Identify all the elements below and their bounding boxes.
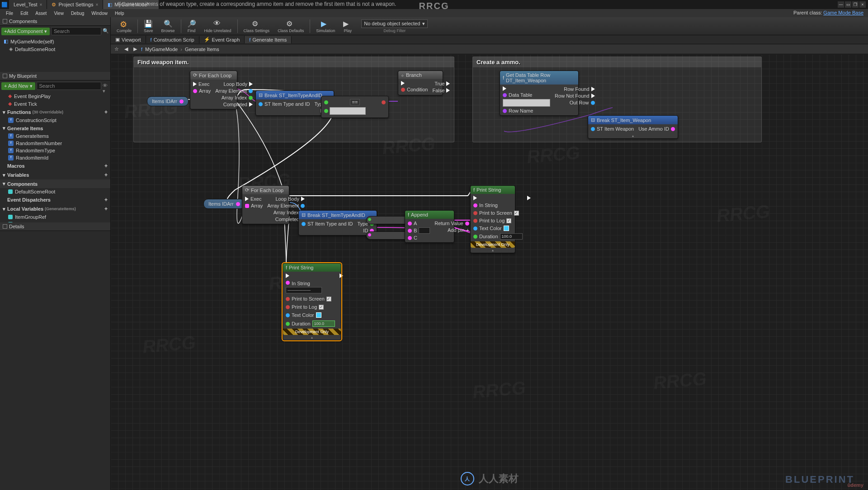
debug-object-select[interactable]: No debug object selected▾	[361, 19, 428, 28]
cat-components[interactable]: ▾Components	[0, 179, 110, 188]
breadcrumb-current[interactable]: Generate Items	[185, 47, 219, 52]
find-button[interactable]: 🔎Find	[184, 17, 200, 35]
add-icon[interactable]: +	[104, 206, 108, 212]
parent-class-link[interactable]: Game Mode Base	[823, 10, 863, 15]
back-button[interactable]: ◀	[123, 46, 129, 52]
eye-icon[interactable]: 👁▾	[103, 83, 109, 89]
tab-level[interactable]: Level_Test×	[9, 0, 47, 9]
menu-view[interactable]: View	[50, 11, 67, 16]
tab-construction[interactable]: fConstruction Scrip	[146, 36, 199, 43]
simulation-button[interactable]: ▶Simulation	[312, 17, 339, 35]
menu-asset[interactable]: Asset	[32, 11, 50, 16]
menu-help[interactable]: Help	[111, 11, 128, 16]
class-settings-button[interactable]: ⚙Class Settings	[240, 17, 274, 35]
cat-variables[interactable]: ▾Variables+	[0, 170, 110, 179]
event-beginplay[interactable]: ◆Event BeginPlay	[0, 92, 110, 100]
components-search[interactable]: Search	[51, 27, 101, 35]
menu-window[interactable]: Window	[88, 11, 111, 16]
graph-canvas[interactable]: RRCG RRCG RRCG RRCG RRCG RRCG RRCG RRCG …	[111, 54, 868, 490]
breadcrumb-root[interactable]: MyGameMode	[145, 47, 178, 52]
add-icon[interactable]: +	[104, 109, 108, 115]
add-pin-icon[interactable]: +	[466, 227, 469, 233]
toolbar: ⚙Compile 💾Save 🔍Browse 🔎Find 👁Hide Unrel…	[111, 17, 868, 35]
print-log-check-2[interactable]: ✓	[319, 305, 324, 310]
text-color-swatch[interactable]	[504, 226, 509, 231]
var-itemgroupref[interactable]: ItemGroupRef	[0, 213, 110, 221]
node-append[interactable]: fAppend A B C Return Value Add pin+	[405, 210, 454, 243]
details-header[interactable]: Details	[0, 222, 110, 231]
close-icon[interactable]: ×	[95, 2, 98, 7]
node-printstring-2[interactable]: fPrint String In String Print to Screen✓…	[283, 263, 341, 340]
node-foreach-2[interactable]: ⟳For Each Loop Exec Array Loop Body Arra…	[242, 185, 289, 224]
cat-functions[interactable]: ▾Functions (30 Overridable)+	[0, 108, 110, 117]
browse-button[interactable]: 🔍Browse	[158, 17, 179, 35]
class-defaults-button[interactable]: ⚙Class Defaults	[274, 17, 307, 35]
node-var-itemsidarr-2[interactable]: Items IDArr	[203, 199, 245, 209]
node-break-item-weapon[interactable]: ⊟Break ST_Item_Weapon ST Item Weapon Use…	[588, 115, 678, 139]
node-branch[interactable]: ⬦Branch Condition True False	[398, 71, 443, 95]
close-button[interactable]: ×	[859, 1, 866, 8]
var-defaultsceneroot[interactable]: DefaultSceneRoot	[0, 188, 110, 195]
component-item-root[interactable]: ◈DefaultSceneRoot	[0, 45, 110, 53]
myblueprint-search[interactable]: Search	[37, 82, 101, 90]
cat-macros[interactable]: Macros+	[0, 161, 110, 170]
tab-eventgraph[interactable]: ⚡Event Graph	[199, 36, 245, 43]
add-icon[interactable]: +	[104, 163, 108, 169]
fav-icon[interactable]: ☆	[113, 46, 120, 52]
maximize-button[interactable]: ▭	[845, 1, 851, 8]
print-screen-check-2[interactable]: ✓	[326, 297, 331, 302]
tab-project-settings[interactable]: ⚙Project Settings×	[47, 0, 103, 9]
datatable-select[interactable]: DT_Item_Weapon▾	[503, 99, 550, 107]
node-getdatatablerow[interactable]: fGet Data Table Row DT_Item_Weapon Data …	[500, 71, 579, 116]
components-header[interactable]: Components	[0, 17, 110, 26]
fn-randomnumber[interactable]: fRandomItemNumber	[0, 140, 110, 147]
component-item-self[interactable]: ◧MyGameMode(self)	[0, 38, 110, 45]
compile-button[interactable]: ⚙Compile	[113, 17, 135, 35]
node-foreach-1[interactable]: ⟳For Each Loop Exec Array Loop Body Arra…	[190, 71, 237, 109]
tab-viewport[interactable]: ▣Viewport	[111, 36, 146, 43]
fn-generateitems[interactable]: fGenerateItems	[0, 132, 110, 140]
menu-file[interactable]: File	[2, 11, 17, 16]
fn-randomtype[interactable]: fRandomItemType	[0, 147, 110, 154]
node-printstring-1[interactable]: fPrint String In String Print to Screen✓…	[470, 185, 515, 253]
close-icon[interactable]: ×	[40, 2, 42, 7]
print-screen-check[interactable]: ✓	[514, 211, 519, 216]
save-button[interactable]: 💾Save	[140, 17, 157, 35]
fn-randomid[interactable]: fRandomItemId	[0, 154, 110, 161]
duration-input-2[interactable]	[312, 320, 335, 327]
var-itemstypearr[interactable]: ItemsTypeArr	[0, 221, 110, 222]
node-compare-weapon[interactable]: == Weapon▾	[321, 96, 389, 118]
add-new-button[interactable]: + Add New▾	[1, 82, 35, 90]
blueprint-tag: BLUEPRINT	[785, 474, 854, 485]
minimize-button[interactable]: —	[838, 1, 844, 8]
hide-unrelated-button[interactable]: 👁Hide Unrelated	[201, 17, 235, 35]
fn-construction[interactable]: fConstructionScript	[0, 117, 110, 124]
cat-generate-items[interactable]: ▾Generate Items	[0, 124, 110, 132]
print-log-check[interactable]: ✓	[506, 218, 511, 223]
duration-input[interactable]	[500, 233, 523, 240]
weapon-dropdown[interactable]: Weapon▾	[330, 107, 366, 115]
collapse-icon[interactable]: ▴	[471, 248, 515, 253]
collapse-icon[interactable]: ▴	[283, 335, 341, 340]
add-component-button[interactable]: +Add Component▾	[1, 28, 50, 35]
play-button[interactable]: ▶Play	[340, 17, 356, 35]
text-color-swatch-2[interactable]	[316, 312, 321, 318]
search-icon[interactable]: 🔍	[103, 28, 109, 34]
myblueprint-header[interactable]: My Blueprint	[0, 72, 110, 80]
restore-button[interactable]: ❐	[852, 1, 859, 8]
menu-edit[interactable]: Edit	[17, 11, 32, 16]
node-break-itemtype-2[interactable]: ⊟Break ST_ItemTypeAndID ST Item Type and…	[298, 210, 377, 236]
menu-debug[interactable]: Debug	[67, 11, 88, 16]
parent-class: Parent class: Game Mode Base	[793, 10, 863, 15]
instring-input[interactable]	[286, 287, 322, 293]
cat-dispatchers[interactable]: Event Dispatchers+	[0, 195, 110, 204]
add-icon[interactable]: +	[104, 172, 108, 178]
cat-localvars[interactable]: ▾Local Variables (GenerateItems)+	[0, 204, 110, 213]
event-tick[interactable]: ◆Event Tick	[0, 100, 110, 108]
add-icon[interactable]: +	[104, 197, 108, 203]
forward-button[interactable]: ▶	[132, 46, 138, 52]
expand-icon[interactable]: ▴	[588, 133, 678, 138]
append-b-input[interactable]	[419, 227, 430, 234]
node-var-itemsidarr[interactable]: Items IDArr	[147, 96, 189, 106]
tab-generateitems[interactable]: fGenerate Items	[245, 36, 292, 43]
